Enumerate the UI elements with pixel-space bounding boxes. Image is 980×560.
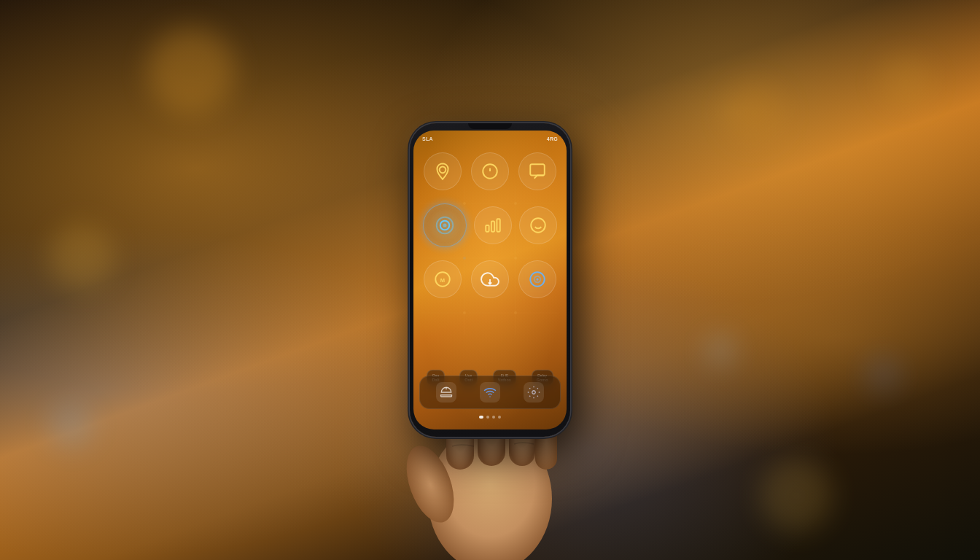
- location-pin-icon: [433, 162, 452, 181]
- brand-mcs-icon: M: [433, 270, 452, 289]
- app-icon-cloud[interactable]: [471, 260, 509, 298]
- status-bar: SLA 4RG: [422, 136, 558, 141]
- dock-icon-wifi[interactable]: [480, 382, 500, 402]
- message-icon: [528, 162, 547, 181]
- app-icon-alert[interactable]: [471, 152, 509, 190]
- page-dot-2: [486, 416, 489, 419]
- hard-hat-icon: [440, 386, 453, 399]
- exclamation-circle-icon: [481, 162, 499, 181]
- dock-hardhat-img: [436, 382, 456, 402]
- wifi-signal-icon: [483, 386, 497, 399]
- app-icon-brand[interactable]: M: [424, 260, 462, 298]
- hand-area: SLA 4RG: [315, 32, 665, 528]
- dock-icon-hardhat[interactable]: [436, 382, 456, 402]
- status-left: SLA: [422, 136, 433, 141]
- app-icon-record[interactable]: [518, 260, 556, 298]
- svg-point-16: [514, 311, 517, 314]
- app-icon-camera[interactable]: [423, 203, 467, 247]
- svg-rect-26: [491, 221, 494, 231]
- svg-point-17: [440, 167, 446, 174]
- bar-chart-icon: [483, 216, 502, 235]
- svg-rect-25: [486, 225, 489, 232]
- gear-icon: [527, 386, 540, 399]
- svg-rect-21: [530, 164, 545, 175]
- record-circle-icon: [528, 270, 547, 289]
- page-dot-4: [498, 416, 501, 419]
- svg-text:M: M: [440, 277, 445, 284]
- svg-point-15: [463, 311, 466, 314]
- camera-circle-icon: [434, 214, 456, 236]
- page-dot-1: [479, 416, 483, 419]
- page-dots: [479, 416, 501, 419]
- svg-point-38: [532, 391, 536, 394]
- app-icon-location[interactable]: [424, 152, 462, 190]
- svg-rect-27: [497, 219, 499, 231]
- page-dot-3: [492, 416, 495, 419]
- app-icon-message[interactable]: [518, 152, 556, 190]
- dock-wifi-img: [480, 382, 500, 402]
- svg-point-37: [489, 396, 491, 397]
- phone-screen: SLA 4RG: [413, 131, 567, 429]
- app-icon-social[interactable]: [519, 206, 557, 244]
- status-right: 4RG: [547, 136, 558, 141]
- phone-body: SLA 4RG: [410, 123, 570, 437]
- dock-settings-img: [524, 382, 544, 402]
- app-icon-analytics[interactable]: [474, 206, 512, 244]
- cloud-sync-icon: [481, 270, 499, 289]
- phone-notch: [468, 123, 512, 129]
- svg-point-28: [531, 218, 545, 233]
- svg-point-35: [536, 278, 538, 280]
- app-dock: [419, 376, 561, 409]
- user-smile-icon: [529, 216, 548, 235]
- scene: SLA 4RG: [0, 0, 980, 560]
- dock-icon-settings[interactable]: [524, 382, 544, 402]
- svg-point-24: [443, 223, 447, 227]
